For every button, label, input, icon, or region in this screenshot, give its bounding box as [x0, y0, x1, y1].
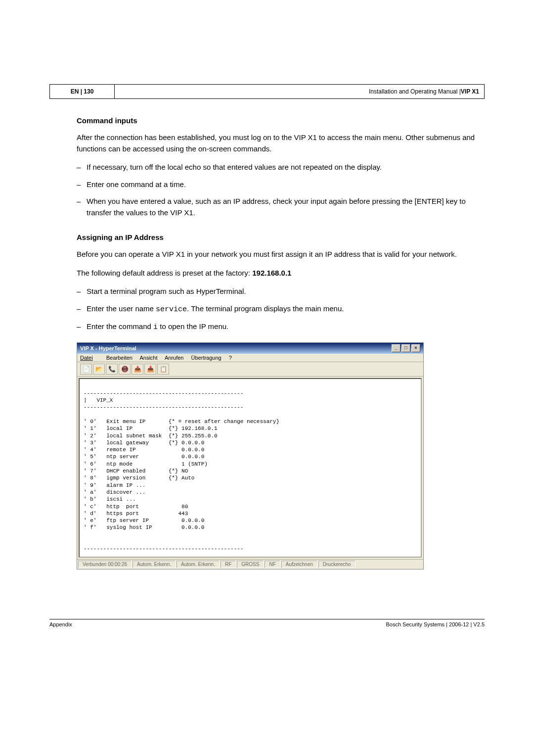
header-right-product: VIP X1	[461, 88, 479, 95]
bullet-prefix: Enter the user name	[87, 304, 156, 313]
footer-left: Appendix	[49, 621, 72, 627]
page-header-bar: EN | 130 Installation and Operating Manu…	[49, 84, 485, 99]
window-title: VIP X - HyperTerminal	[80, 345, 136, 351]
page-footer: Appendix Bosch Security Systems | 2006-1…	[49, 619, 485, 627]
section2-paragraph1: Before you can operate a VIP X1 in your …	[77, 249, 485, 260]
menu-datei[interactable]: Datei	[80, 355, 99, 361]
menu-bearbeiten[interactable]: Bearbeiten	[106, 355, 133, 361]
dash-icon: –	[77, 286, 87, 297]
bullet-text: Start a terminal program such as HyperTe…	[87, 286, 485, 297]
command-code: i	[153, 323, 158, 331]
status-detect2: Autom. Erkenn.	[177, 561, 220, 568]
toolbar-new-icon[interactable]: 📄	[80, 364, 92, 375]
bullet-prefix: Enter the command	[87, 322, 153, 331]
close-button[interactable]: ×	[411, 344, 420, 352]
header-title: Installation and Operating Manual | VIP …	[115, 85, 484, 98]
default-ip-address: 192.168.0.1	[252, 269, 291, 277]
dash-icon: –	[77, 303, 87, 316]
menu-ansicht[interactable]: Ansicht	[139, 355, 157, 361]
dash-icon: –	[77, 196, 87, 218]
section-command-inputs-title: Command inputs	[77, 116, 485, 125]
bullet-text: Enter the command i to open the IP menu.	[87, 321, 485, 333]
bullet-suffix: to open the IP menu.	[158, 322, 228, 331]
list-item: – Enter the user name service. The termi…	[77, 303, 485, 316]
bullet-text: Enter the user name service. The termina…	[87, 303, 485, 316]
status-detect1: Autom. Erkenn.	[133, 561, 176, 568]
list-item: – Enter the command i to open the IP men…	[77, 321, 485, 333]
header-page-number: EN | 130	[50, 85, 115, 98]
section1-paragraph: After the connection has been establishe…	[77, 132, 485, 154]
bullet-text: If necessary, turn off the local echo so…	[87, 162, 485, 173]
status-gross: GROSS	[237, 561, 264, 568]
window-toolbar: 📄 📂 📞 📵 📤 📥 📋	[77, 362, 423, 377]
status-connected: Verbunden 00:00:26	[78, 561, 132, 568]
menu-uebertragung[interactable]: Übertragung	[191, 355, 222, 361]
list-item: – When you have entered a value, such as…	[77, 196, 485, 218]
toolbar-connect-icon[interactable]: 📞	[106, 364, 118, 375]
toolbar-receive-icon[interactable]: 📥	[144, 364, 156, 375]
minimize-button[interactable]: _	[392, 344, 400, 352]
bullet-text: Enter one command at a time.	[87, 179, 485, 190]
toolbar-open-icon[interactable]: 📂	[93, 364, 105, 375]
status-echo: Druckerecho	[318, 561, 356, 568]
section2-paragraph2: The following default address is preset …	[77, 268, 485, 279]
dash-icon: –	[77, 162, 87, 173]
bullet-suffix: . The terminal program displays the main…	[187, 304, 344, 313]
maximize-button[interactable]: □	[401, 344, 410, 352]
username-code: service	[156, 305, 187, 314]
status-record: Aufzeichnen	[281, 561, 317, 568]
status-nf: NF	[265, 561, 280, 568]
list-item: – Enter one command at a time.	[77, 179, 485, 190]
footer-right: Bosch Security Systems | 2006-12 | V2.5	[386, 621, 485, 627]
status-rf: RF	[221, 561, 236, 568]
section-assigning-ip-title: Assigning an IP Address	[77, 233, 485, 241]
list-item: – If necessary, turn off the local echo …	[77, 162, 485, 173]
list-item: – Start a terminal program such as Hyper…	[77, 286, 485, 297]
terminal-output[interactable]: ----------------------------------------…	[79, 378, 422, 558]
dash-icon: –	[77, 321, 87, 333]
section2-bullets: – Start a terminal program such as Hyper…	[77, 286, 485, 333]
hyperterminal-window: VIP X - HyperTerminal _ □ × Datei Bearbe…	[77, 342, 424, 569]
dash-icon: –	[77, 179, 87, 190]
header-right-prefix: Installation and Operating Manual |	[369, 88, 461, 95]
bullet-text: When you have entered a value, such as a…	[87, 196, 485, 218]
section1-bullets: – If necessary, turn off the local echo …	[77, 162, 485, 218]
window-titlebar[interactable]: VIP X - HyperTerminal _ □ ×	[77, 343, 423, 354]
menu-help[interactable]: ?	[229, 355, 232, 361]
menu-anrufen[interactable]: Anrufen	[165, 355, 184, 361]
para2-prefix: The following default address is preset …	[77, 269, 252, 277]
toolbar-send-icon[interactable]: 📤	[132, 364, 143, 375]
window-statusbar: Verbunden 00:00:26 Autom. Erkenn. Autom.…	[77, 559, 423, 569]
toolbar-disconnect-icon[interactable]: 📵	[119, 364, 131, 375]
window-controls: _ □ ×	[392, 344, 420, 352]
toolbar-properties-icon[interactable]: 📋	[157, 364, 169, 375]
window-menubar: Datei Bearbeiten Ansicht Anrufen Übertra…	[77, 354, 423, 362]
